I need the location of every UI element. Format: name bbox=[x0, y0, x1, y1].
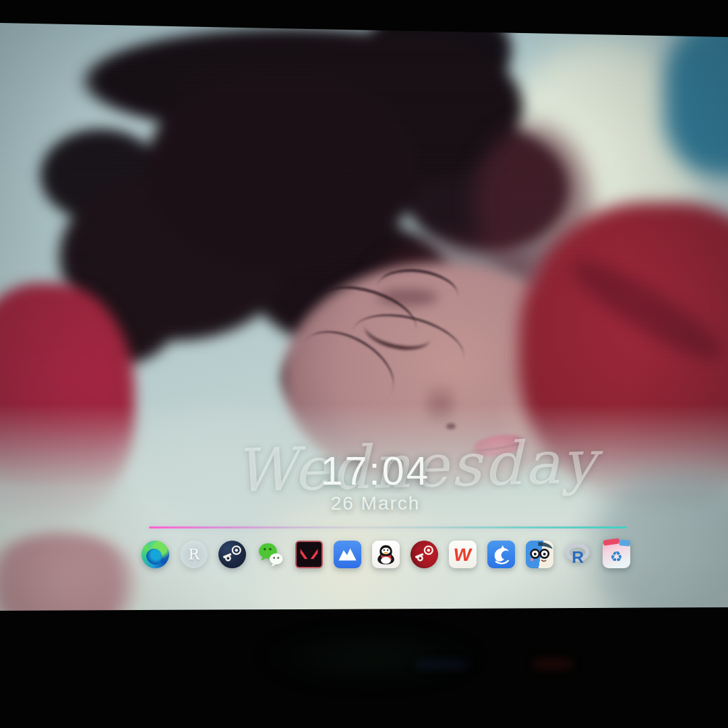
desktop-dock: R bbox=[142, 541, 630, 568]
mountain-m-app-icon[interactable] bbox=[334, 541, 361, 568]
wechat-bubbles-glyph bbox=[257, 541, 284, 568]
clock-time: 17:04 bbox=[321, 452, 431, 491]
r-language-letter: R bbox=[572, 548, 584, 566]
r-language-glyph: R bbox=[564, 541, 592, 568]
r-language-icon[interactable]: R bbox=[564, 541, 592, 568]
recycle-bin-flap bbox=[619, 539, 631, 547]
clock-widget: 17:04 26 March bbox=[321, 452, 431, 514]
glasses-face-app-icon[interactable] bbox=[526, 541, 553, 568]
dolphin-glyph bbox=[487, 541, 515, 568]
steam-icon[interactable] bbox=[218, 541, 246, 568]
r-circle-letter: R bbox=[188, 546, 200, 563]
steam-china-piston-glyph bbox=[411, 541, 438, 568]
recycle-bin-icon[interactable]: ♻ bbox=[603, 541, 630, 568]
dolphin-app-icon[interactable] bbox=[487, 541, 515, 568]
monitor-screen: Wednesday 17:04 26 March R bbox=[0, 0, 728, 728]
glasses-face-glyph bbox=[526, 541, 553, 568]
mountain-glyph bbox=[334, 541, 361, 568]
gradient-divider-line bbox=[149, 526, 627, 528]
valorant-icon[interactable] bbox=[295, 541, 323, 568]
room-reflection bbox=[256, 627, 485, 688]
photographed-monitor: Wednesday 17:04 26 March R bbox=[0, 0, 728, 728]
room-reflection-red bbox=[533, 659, 573, 669]
wps-office-icon[interactable]: W bbox=[449, 541, 477, 568]
wechat-icon[interactable] bbox=[257, 541, 284, 568]
wps-letter: W bbox=[452, 545, 473, 564]
microsoft-edge-icon[interactable] bbox=[142, 541, 169, 568]
recycle-bin-lid bbox=[603, 538, 620, 545]
desktop-wallpaper bbox=[0, 0, 728, 728]
qq-penguin-glyph bbox=[372, 541, 400, 568]
recycle-symbol: ♻ bbox=[610, 549, 623, 564]
clock-date: 26 March bbox=[321, 493, 431, 514]
qq-penguin-icon[interactable] bbox=[372, 541, 400, 568]
screen-texture bbox=[0, 0, 728, 728]
steam-piston-glyph bbox=[218, 541, 246, 568]
r-circle-app-icon[interactable]: R bbox=[180, 541, 208, 568]
valorant-v-glyph bbox=[297, 542, 322, 567]
room-reflection-blue bbox=[415, 661, 468, 669]
steam-china-icon[interactable] bbox=[411, 541, 438, 568]
